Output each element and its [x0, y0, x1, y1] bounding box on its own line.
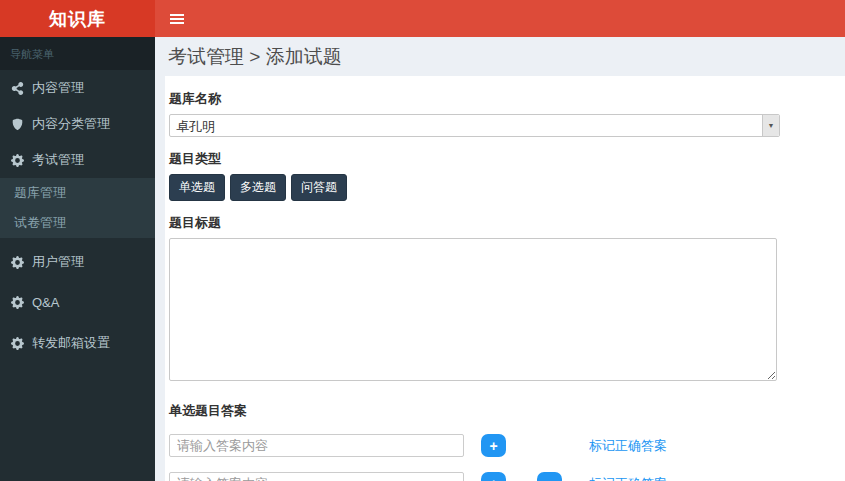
sidebar-item-content-category-management[interactable]: 内容分类管理 — [0, 106, 155, 142]
sidebar-toggle-button[interactable] — [155, 0, 199, 37]
exam-management-submenu: 题库管理 试卷管理 — [0, 178, 155, 238]
sidebar-item-label: 用户管理 — [32, 253, 84, 271]
answer-input[interactable] — [169, 434, 464, 457]
sidebar-item-exam-management[interactable]: 考试管理 — [0, 142, 155, 178]
answer-input[interactable] — [169, 472, 464, 481]
question-bank-group: 题库名称 卓孔明 ▼ — [169, 90, 845, 137]
question-bank-selected-value: 卓孔明 — [170, 115, 762, 136]
answers-section-label: 单选题目答案 — [169, 402, 845, 420]
hamburger-icon — [170, 14, 184, 24]
remove-answer-button[interactable]: − — [537, 472, 562, 481]
add-answer-button[interactable]: + — [481, 434, 506, 457]
answer-row: + − 标记正确答案 — [169, 472, 845, 481]
gear-icon — [10, 296, 24, 310]
sidebar-subitem-label: 题库管理 — [14, 184, 66, 202]
gear-icon — [10, 336, 24, 350]
main-header: 知识库 — [0, 0, 845, 37]
sidebar: 导航菜单 内容管理 内容分类管理 考试管理 题库管理 试卷管理 — [0, 37, 155, 481]
breadcrumb: 考试管理 > 添加试题 — [168, 44, 342, 70]
gear-icon — [10, 255, 24, 269]
shield-icon — [10, 117, 24, 131]
question-bank-select[interactable]: 卓孔明 ▼ — [169, 114, 780, 137]
sidebar-subitem-question-bank-management[interactable]: 题库管理 — [0, 178, 155, 208]
sidebar-subitem-exam-paper-management[interactable]: 试卷管理 — [0, 208, 155, 238]
add-answer-button[interactable]: + — [481, 472, 506, 481]
mark-correct-answer-link[interactable]: 标记正确答案 — [589, 475, 667, 481]
sidebar-item-user-management[interactable]: 用户管理 — [0, 244, 155, 280]
chevron-down-icon: ▼ — [762, 115, 779, 136]
app-logo[interactable]: 知识库 — [0, 0, 155, 37]
question-bank-label: 题库名称 — [169, 90, 845, 108]
question-title-textarea[interactable] — [169, 238, 777, 381]
mark-correct-answer-link[interactable]: 标记正确答案 — [589, 437, 667, 455]
multiple-choice-button[interactable]: 多选题 — [230, 174, 286, 201]
question-type-buttons: 单选题 多选题 问答题 — [169, 174, 845, 201]
app-window: 知识库 导航菜单 内容管理 内容分类管理 考试管理 — [0, 0, 845, 481]
top-navbar — [155, 0, 845, 37]
sidebar-item-label: 内容管理 — [32, 79, 84, 97]
sidebar-section-label: 导航菜单 — [0, 37, 155, 70]
sidebar-item-forward-mailbox-settings[interactable]: 转发邮箱设置 — [0, 325, 155, 361]
question-title-label: 题目标题 — [169, 214, 845, 232]
content-wrapper: 考试管理 > 添加试题 题库名称 卓孔明 ▼ 题目类型 单选题 多选题 问答题 … — [155, 37, 845, 481]
sidebar-item-label: 考试管理 — [32, 151, 84, 169]
question-type-group: 题目类型 单选题 多选题 问答题 — [169, 150, 845, 201]
sidebar-item-label: Q&A — [32, 295, 59, 310]
gear-icon — [10, 153, 24, 167]
sidebar-subitem-label: 试卷管理 — [14, 214, 66, 232]
question-type-label: 题目类型 — [169, 150, 845, 168]
question-title-group: 题目标题 — [169, 214, 845, 385]
qa-question-button[interactable]: 问答题 — [291, 174, 347, 201]
answer-row: + − 标记正确答案 — [169, 434, 845, 457]
content-header: 考试管理 > 添加试题 — [155, 37, 845, 76]
sidebar-item-qa[interactable]: Q&A — [0, 286, 155, 319]
single-choice-button[interactable]: 单选题 — [169, 174, 225, 201]
sidebar-item-label: 内容分类管理 — [32, 115, 110, 133]
share-nodes-icon — [10, 81, 24, 95]
sidebar-item-label: 转发邮箱设置 — [32, 334, 110, 352]
sidebar-item-content-management[interactable]: 内容管理 — [0, 70, 155, 106]
add-question-form: 题库名称 卓孔明 ▼ 题目类型 单选题 多选题 问答题 题目标题 单选题目答案 — [165, 76, 845, 481]
